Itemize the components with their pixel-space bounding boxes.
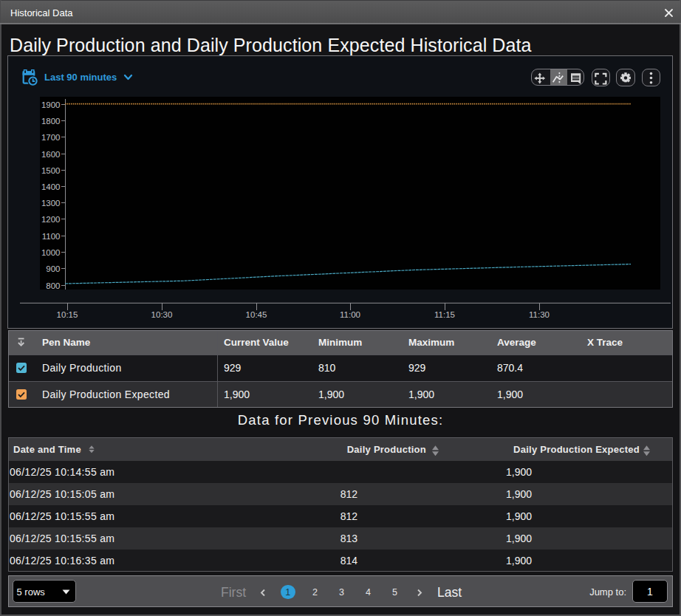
svg-text:1000: 1000 [41, 248, 61, 257]
svg-text:11:00: 11:00 [340, 310, 360, 319]
svg-text:10:45: 10:45 [246, 310, 267, 319]
svg-text:11:15: 11:15 [434, 310, 455, 319]
svg-text:11:30: 11:30 [529, 310, 550, 319]
svg-text:1700: 1700 [41, 133, 61, 142]
svg-text:1300: 1300 [41, 199, 61, 208]
svg-text:10:30: 10:30 [151, 310, 173, 319]
svg-text:1600: 1600 [41, 150, 61, 159]
svg-text:1200: 1200 [41, 215, 61, 224]
svg-text:1800: 1800 [41, 117, 61, 126]
svg-text:1500: 1500 [41, 166, 61, 175]
svg-text:1100: 1100 [42, 232, 61, 241]
svg-text:800: 800 [46, 281, 60, 290]
svg-text:900: 900 [46, 264, 60, 273]
svg-text:10:15: 10:15 [57, 310, 78, 319]
svg-text:1900: 1900 [41, 100, 61, 109]
svg-text:1400: 1400 [41, 182, 61, 191]
